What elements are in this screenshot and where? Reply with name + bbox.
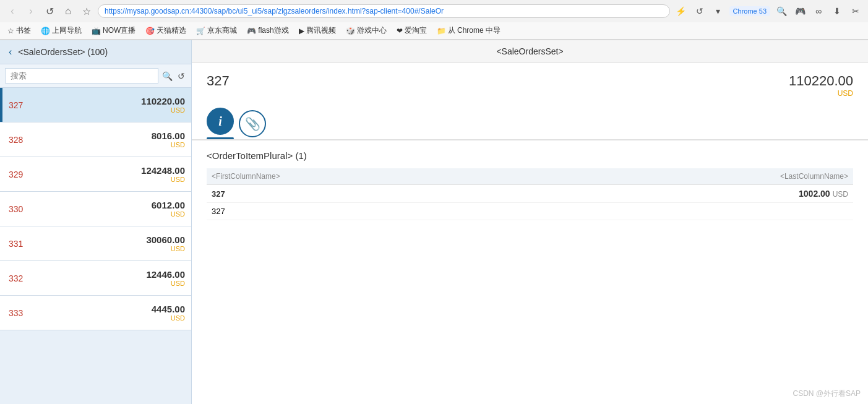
bookmark-label: 上网导航 [52, 25, 82, 36]
list-item-currency: USD [141, 106, 185, 114]
order-items-title: <OrderToItemPlural> (1) [207, 150, 853, 161]
bookmark-now[interactable]: 📺 NOW直播 [89, 24, 138, 37]
list-item[interactable]: 328 8016.00 USD [0, 122, 191, 157]
refresh-icon[interactable]: ↺ [692, 4, 707, 19]
list-item-right: 6012.00 USD [152, 200, 185, 218]
list-item[interactable]: 329 124248.00 USD [0, 157, 191, 192]
star-button[interactable]: ☆ [79, 4, 94, 19]
search-submit-button[interactable]: 🔍 [161, 70, 174, 82]
list-item[interactable]: 331 30060.00 USD [0, 226, 191, 261]
bookmark-jd[interactable]: 🛒 京东商城 [194, 24, 239, 37]
refresh-list-button[interactable]: ↺ [176, 70, 186, 82]
row1-amount: 1002.00 [799, 189, 830, 199]
bookmark-label: 爱淘宝 [405, 25, 427, 36]
tab-attachment-button[interactable]: 📎 [239, 110, 266, 137]
row1-first: 327 [207, 185, 531, 203]
chrome-version-badge: Chrome 53 [729, 6, 770, 16]
table-header-row: <FirstColumnName> <LastColumnName> [207, 168, 853, 185]
bookmark-tmall[interactable]: 🎯 天猫精选 [143, 24, 189, 37]
browser-toolbar: ‹ › ↺ ⌂ ☆ https://mysap.goodsap.cn:44300… [0, 0, 868, 22]
list-item-amount: 110220.00 [141, 96, 185, 106]
toolbar-right: ⚡ ↺ ▾ Chrome 53 🔍 🎮 ∞ ⬇ ✂ [674, 4, 863, 19]
tab-info-button[interactable]: i [207, 108, 234, 135]
search-input[interactable] [5, 68, 158, 84]
detail-id: 327 [207, 73, 230, 89]
back-button[interactable]: ‹ [6, 45, 14, 59]
table-row: 327 [207, 203, 853, 220]
bookmark-chrome-import[interactable]: 📁 从 Chrome 中导 [434, 24, 503, 37]
list-item-content: 331 30060.00 USD [2, 226, 191, 260]
bookmark-label: 书签 [16, 25, 31, 36]
forward-button[interactable]: › [24, 4, 38, 19]
info-icon: i [218, 114, 222, 129]
list-item-right: 4445.00 USD [152, 304, 185, 322]
list-item-id: 328 [9, 135, 23, 145]
bookmark-nav[interactable]: 🌐 上网导航 [38, 24, 84, 37]
detail-currency: USD [789, 89, 853, 98]
list-item[interactable]: 330 6012.00 USD [0, 192, 191, 226]
browser-chrome: ‹ › ↺ ⌂ ☆ https://mysap.goodsap.cn:44300… [0, 0, 868, 40]
list-item-id: 331 [9, 239, 23, 249]
col-first: <FirstColumnName> [207, 168, 531, 185]
list-item-content: 332 12446.00 USD [2, 261, 191, 295]
chevron-down-icon[interactable]: ▾ [711, 4, 726, 19]
list-item-currency: USD [152, 141, 185, 148]
settings-icon[interactable]: ✂ [848, 4, 863, 19]
bookmark-tencent[interactable]: ▶ 腾讯视频 [296, 24, 338, 37]
bookmark-label: 腾讯视频 [306, 25, 336, 36]
list-item-currency: USD [152, 210, 185, 218]
bookmark-games[interactable]: 🎲 游戏中心 [343, 24, 389, 37]
col-last: <LastColumnName> [531, 168, 853, 185]
list-item-amount: 4445.00 [152, 304, 185, 314]
panel-title: <SaleOrdersSet> (100) [18, 47, 108, 57]
refresh-button[interactable]: ↺ [42, 4, 57, 19]
list-item-id: 333 [9, 308, 23, 318]
download-icon[interactable]: ⬇ [830, 4, 844, 19]
list-item-currency: USD [141, 176, 185, 183]
row2-first: 327 [207, 203, 531, 220]
list-item[interactable]: 333 4445.00 USD [0, 296, 191, 330]
bookmark-label: NOW直播 [103, 25, 135, 36]
list-item-right: 8016.00 USD [152, 131, 185, 148]
list-item-currency: USD [152, 314, 185, 322]
list-item-right: 124248.00 USD [141, 165, 185, 183]
list-item-content: 330 6012.00 USD [2, 192, 191, 226]
list-item-amount: 12446.00 [146, 269, 185, 280]
list-item-right: 30060.00 USD [146, 234, 185, 252]
tab-info-wrapper: i [207, 108, 234, 139]
game-icon[interactable]: 🎮 [793, 4, 807, 19]
bookmark-star[interactable]: ☆ 书签 [5, 24, 33, 37]
search-icon[interactable]: 🔍 [774, 4, 789, 19]
right-panel-title: <SaleOrdersSet> [496, 46, 563, 56]
list-item-id: 329 [9, 170, 23, 179]
list-item-content: 329 124248.00 USD [2, 157, 191, 191]
row1-currency: USD [833, 190, 848, 199]
list-item-right: 110220.00 USD [141, 96, 185, 114]
detail-amount: 110220.00 [789, 73, 853, 88]
list-item[interactable]: 332 12446.00 USD [0, 261, 191, 296]
list-item-content: 328 8016.00 USD [2, 122, 191, 157]
list-item-content: 333 4445.00 USD [2, 296, 191, 330]
back-button[interactable]: ‹ [5, 4, 20, 19]
address-bar[interactable]: https://mysap.goodsap.cn:44300/sap/bc/ui… [98, 4, 670, 18]
list-item[interactable]: 327 110220.00 USD [0, 88, 191, 122]
home-button[interactable]: ⌂ [61, 4, 75, 19]
list-item-id: 330 [9, 204, 23, 214]
bookmark-label: 京东商城 [207, 25, 237, 36]
bookmark-taobao[interactable]: ❤ 爱淘宝 [394, 24, 429, 37]
app-container: ‹ <SaleOrdersSet> (100) 🔍 ↺ 327 110220.0… [0, 40, 868, 404]
bookmark-flash[interactable]: 🎮 flash游戏 [244, 24, 291, 37]
infinity-icon[interactable]: ∞ [811, 4, 826, 19]
bookmark-label: 天猫精选 [157, 25, 186, 36]
watermark: CSDN @外行看SAP [793, 389, 861, 399]
list-container[interactable]: 327 110220.00 USD 328 8016.00 USD [0, 88, 191, 404]
order-items-table: <FirstColumnName> <LastColumnName> 327 1… [207, 168, 853, 220]
bookmark-label: flash游戏 [258, 25, 288, 36]
list-item-amount: 30060.00 [146, 234, 185, 245]
list-item-right: 12446.00 USD [146, 269, 185, 287]
search-icons: 🔍 ↺ [161, 70, 186, 82]
bookmark-label: 从 Chrome 中导 [448, 25, 501, 36]
detail-top: 327 110220.00 USD [192, 63, 868, 103]
list-item-currency: USD [146, 280, 185, 287]
detail-amount-block: 110220.00 USD [789, 73, 853, 98]
